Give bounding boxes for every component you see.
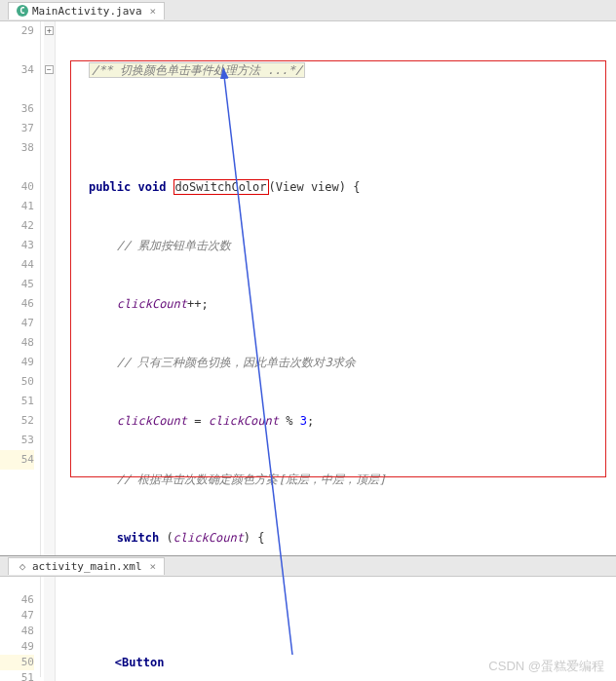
tab-label: activity_main.xml [32, 560, 142, 573]
java-editor[interactable]: 29 34 36 37 38 40 41 42 43 44 45 46 47 4… [0, 21, 616, 555]
tab-main-activity[interactable]: C MainActivity.java × [8, 2, 165, 19]
close-icon[interactable]: × [150, 560, 157, 573]
gutter: 46 47 48 49 50 51 [0, 577, 41, 677]
gutter: 29 34 36 37 38 40 41 42 43 44 45 46 47 4… [0, 21, 41, 555]
close-icon[interactable]: × [150, 5, 157, 18]
javadoc-comment[interactable]: /** 切换颜色单击事件处理方法 ...*/ [89, 62, 305, 78]
bottom-tab-bar: ◇ activity_main.xml × [0, 555, 616, 577]
watermark: CSDN @蛋糕爱编程 [488, 658, 604, 675]
top-tab-bar: C MainActivity.java × [0, 0, 616, 21]
xml-file-icon: ◇ [17, 561, 28, 573]
code-area[interactable]: /** 切换颜色单击事件处理方法 ...*/ public void doSwi… [41, 21, 616, 555]
method-name: doSwitchColor [173, 179, 269, 195]
tab-label: MainActivity.java [32, 5, 142, 18]
java-class-icon: C [17, 5, 28, 17]
tab-activity-main-xml[interactable]: ◇ activity_main.xml × [8, 557, 165, 575]
